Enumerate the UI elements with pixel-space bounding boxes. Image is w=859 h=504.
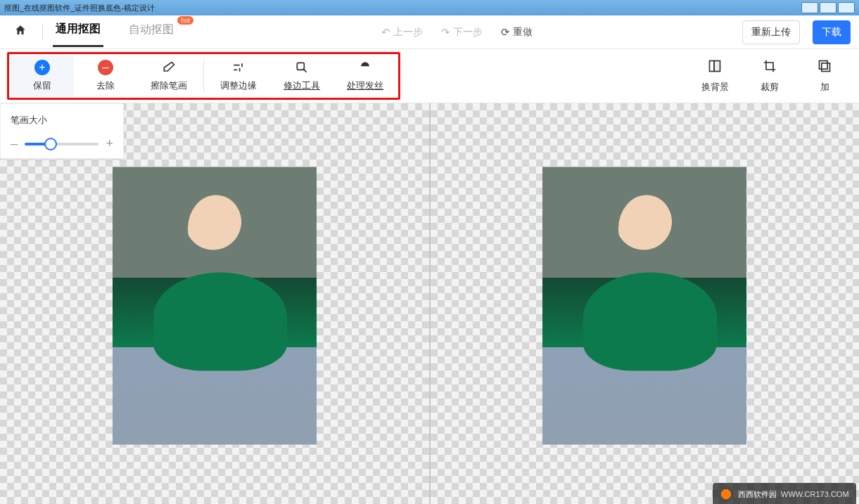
layer-icon bbox=[817, 59, 832, 77]
reupload-button[interactable]: 重新上传 bbox=[742, 20, 800, 44]
pane-result[interactable]: without bbox=[431, 103, 860, 504]
hair-icon bbox=[357, 60, 373, 75]
undo-icon: ↶ bbox=[381, 26, 390, 39]
redo-label: 下一步 bbox=[453, 26, 483, 39]
reset-button[interactable]: ⟳ 重做 bbox=[495, 23, 538, 41]
svg-rect-3 bbox=[820, 60, 828, 69]
shirt-text-r: without bbox=[617, 301, 672, 322]
home-button[interactable] bbox=[8, 24, 32, 40]
svg-rect-1 bbox=[710, 60, 715, 71]
tool-remove-label: 去除 bbox=[96, 79, 115, 92]
tab-auto-cutout[interactable]: 自动抠图 hot bbox=[126, 18, 177, 46]
home-icon bbox=[14, 24, 27, 37]
tool-divider bbox=[203, 60, 204, 91]
os-titlebar: 抠图_在线抠图软件_证件照换底色-稿定设计 bbox=[0, 0, 859, 15]
redo-icon: ↷ bbox=[441, 26, 450, 39]
vertical-divider bbox=[42, 24, 43, 41]
redo-button[interactable]: ↷ 下一步 bbox=[435, 23, 488, 41]
tab-general-cutout-label: 通用抠图 bbox=[56, 22, 101, 34]
window-title: 抠图_在线抠图软件_证件照换底色-稿定设计 bbox=[4, 3, 155, 13]
highlighted-tool-group: + 保留 – 去除 擦除笔画 调整边缘 修边工具 处理发丝 bbox=[7, 52, 400, 100]
window-close-button[interactable] bbox=[838, 2, 855, 13]
tab-general-cutout[interactable]: 通用抠图 bbox=[53, 18, 103, 47]
tool-crop-label: 裁剪 bbox=[761, 81, 779, 93]
download-button[interactable]: 下载 bbox=[813, 20, 851, 44]
brush-increase-button[interactable]: + bbox=[106, 136, 113, 151]
undo-button[interactable]: ↶ 上一步 bbox=[376, 23, 428, 41]
brush-size-slider[interactable] bbox=[25, 143, 98, 146]
tool-erase[interactable]: 擦除笔画 bbox=[137, 56, 201, 96]
eraser-icon bbox=[161, 60, 177, 75]
tab-auto-cutout-label: 自动抠图 bbox=[129, 23, 174, 35]
tool-erase-label: 擦除笔画 bbox=[151, 79, 187, 92]
shirt-text: without bbox=[187, 301, 242, 322]
brush-decrease-button[interactable]: – bbox=[11, 136, 18, 151]
reset-label: 重做 bbox=[513, 26, 533, 39]
pane-original[interactable]: without bbox=[0, 103, 429, 504]
brush-size-label: 笔画大小 bbox=[11, 114, 113, 127]
tool-handle-hair[interactable]: 处理发丝 bbox=[333, 56, 397, 96]
slider-knob[interactable] bbox=[44, 138, 57, 150]
tool-row: + 保留 – 去除 擦除笔画 调整边缘 修边工具 处理发丝 换背景 裁 bbox=[0, 49, 859, 103]
tool-keep[interactable]: + 保留 bbox=[11, 56, 74, 96]
watermark-text1: 西西软件园 bbox=[738, 489, 777, 500]
tool-keep-label: 保留 bbox=[33, 79, 51, 92]
sliders-icon bbox=[231, 60, 246, 75]
fix-icon bbox=[294, 60, 310, 75]
result-image: without bbox=[542, 167, 746, 445]
canvas-wrap: 笔画大小 – + without without 西西软件园 WWW.CR173… bbox=[0, 103, 859, 504]
refresh-icon: ⟳ bbox=[501, 26, 510, 39]
window-maximize-button[interactable] bbox=[820, 2, 836, 13]
tool-edge-label: 调整边缘 bbox=[220, 79, 257, 92]
watermark-logo-icon bbox=[718, 486, 734, 502]
tool-change-bg[interactable]: 换背景 bbox=[687, 59, 742, 93]
svg-rect-4 bbox=[822, 63, 830, 71]
watermark-text2: WWW.CR173.COM bbox=[781, 490, 849, 498]
minus-icon: – bbox=[98, 60, 113, 75]
undo-label: 上一步 bbox=[393, 26, 423, 39]
tool-remove[interactable]: – 去除 bbox=[74, 56, 137, 96]
header: 通用抠图 自动抠图 hot ↶ 上一步 ↷ 下一步 ⟳ 重做 重新上传 下载 bbox=[0, 15, 859, 49]
site-watermark: 西西软件园 WWW.CR173.COM bbox=[713, 483, 856, 504]
tool-add-label: 加 bbox=[820, 81, 829, 93]
tool-add[interactable]: 加 bbox=[797, 59, 852, 93]
plus-icon: + bbox=[34, 60, 50, 75]
tool-bg-label: 换背景 bbox=[701, 81, 729, 93]
tool-fix-label: 修边工具 bbox=[284, 79, 320, 92]
window-buttons bbox=[801, 2, 855, 13]
tool-crop[interactable]: 裁剪 bbox=[742, 59, 797, 93]
tool-hair-label: 处理发丝 bbox=[347, 79, 383, 92]
original-image: without bbox=[113, 167, 317, 445]
window-minimize-button[interactable] bbox=[801, 2, 818, 13]
tool-adjust-edge[interactable]: 调整边缘 bbox=[207, 56, 270, 96]
crop-icon bbox=[763, 59, 777, 77]
tool-fix-edge[interactable]: 修边工具 bbox=[270, 56, 333, 96]
split-view: without without bbox=[0, 103, 859, 504]
background-icon bbox=[708, 59, 722, 77]
svg-rect-2 bbox=[714, 60, 720, 71]
hot-badge: hot bbox=[177, 16, 193, 25]
brush-size-panel: 笔画大小 – + bbox=[0, 103, 124, 159]
